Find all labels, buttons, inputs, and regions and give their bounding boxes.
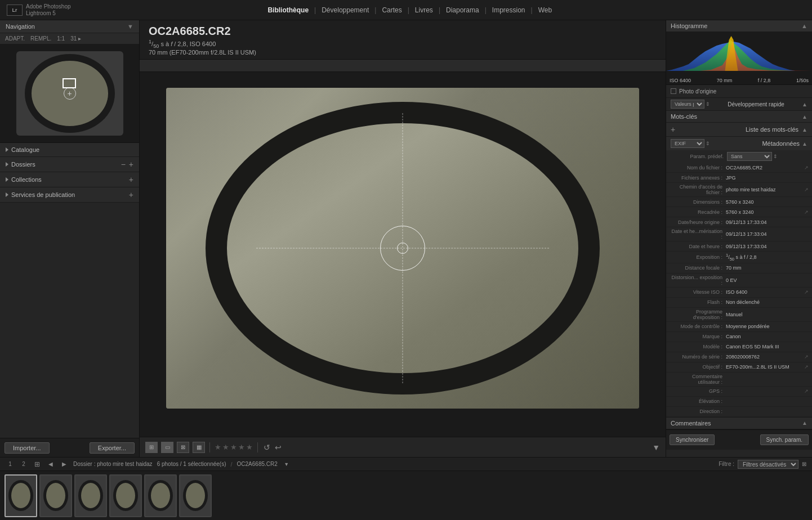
sans-select[interactable]: Sans — [727, 152, 772, 161]
import-button[interactable]: Importer... — [5, 442, 50, 454]
export-button[interactable]: Exporter... — [90, 442, 135, 454]
keywords-arrow[interactable]: ▲ — [802, 114, 807, 120]
nav-impression[interactable]: Impression — [487, 0, 531, 20]
filmstrip-thumb-2[interactable] — [39, 474, 72, 517]
meta-value-16: Canon EOS 5D Mark III — [726, 344, 809, 349]
filmstrip-thumb-1[interactable] — [5, 474, 37, 517]
rotate-left-icon[interactable]: ↺ — [262, 442, 271, 453]
meta-copy-4[interactable]: ↗ — [804, 209, 809, 215]
meta-copy-20[interactable]: ↗ — [804, 388, 809, 394]
metadata-label: Métadonnées — [762, 140, 800, 147]
toolbar-expand-btn[interactable]: ▼ — [652, 443, 660, 452]
photo-origin-row: Photo d'origine — [666, 85, 812, 97]
meta-value-9: 70 mm — [726, 265, 809, 271]
synchroniser-btn[interactable]: Synchroniser — [670, 434, 715, 445]
keywords-label: Mots-clés — [671, 113, 697, 120]
status-folder-text: Dossier : photo mire test haidaz — [73, 461, 153, 467]
view-grid-btn[interactable]: ⊞ — [145, 442, 158, 453]
nav-31-btn[interactable]: 31 ▸ — [69, 35, 83, 42]
section-catalogue-title: Catalogue — [6, 146, 39, 153]
main-oval — [206, 102, 600, 395]
toolbar-sep-1 — [209, 442, 210, 452]
collections-plus-btn[interactable]: + — [129, 176, 133, 183]
nav-livres[interactable]: Livres — [409, 0, 439, 20]
view-loupe-btn[interactable]: ▭ — [161, 442, 173, 453]
nav-web[interactable]: Web — [533, 0, 557, 20]
star-5[interactable]: ★ — [246, 443, 253, 451]
photo-viewer[interactable] — [140, 60, 666, 437]
quick-dev-arrow[interactable]: ▲ — [802, 101, 807, 107]
comments-label: Commentaires — [671, 420, 711, 427]
status-nav-1-btn[interactable]: 1 — [6, 460, 15, 469]
meta-value-11: ISO 6400 — [726, 289, 803, 295]
meta-copy-2[interactable]: ↗ — [804, 187, 809, 192]
status-next-btn[interactable]: ▶ — [60, 460, 69, 469]
meta-copy-11[interactable]: ↗ — [804, 289, 809, 295]
section-collections-header[interactable]: Collections + — [0, 172, 139, 187]
view-compare-btn[interactable]: ⊠ — [177, 442, 189, 453]
keyword-add-icon[interactable]: + — [671, 125, 675, 134]
nav-bibliotheque[interactable]: Bibliothèque — [262, 0, 314, 20]
status-grid-icon[interactable]: ⊞ — [33, 460, 42, 469]
filmstrip-thumb-6[interactable] — [179, 474, 212, 517]
section-services-header[interactable]: Services de publication + — [0, 187, 139, 202]
dossiers-plus-btn[interactable]: + — [129, 160, 133, 168]
star-rating[interactable]: ★ ★ ★ ★ ★ — [215, 443, 253, 451]
nav-header-arrow[interactable]: ▼ — [127, 23, 133, 30]
meta-label-7: Date et heure : — [670, 244, 726, 249]
nav-diaporama[interactable]: Diaporama — [440, 0, 485, 20]
histogram-canvas — [666, 32, 812, 77]
histogram-header[interactable]: Histogramme ▲ — [666, 20, 812, 32]
comments-arrow[interactable]: ▲ — [802, 420, 807, 426]
left-panel: Navigation ▼ ADAPT. REMPL. 1:1 31 ▸ Cata… — [0, 20, 140, 457]
triangle-right-services-icon — [6, 192, 8, 197]
section-dossiers-label: Dossiers — [11, 161, 35, 168]
status-prev-btn[interactable]: ◀ — [46, 460, 55, 469]
meta-copy-0[interactable]: ↗ — [804, 165, 809, 171]
nav-rempl-btn[interactable]: REMPL. — [29, 35, 53, 42]
status-file-arrow[interactable]: ▼ — [282, 460, 291, 469]
star-3[interactable]: ★ — [230, 443, 237, 451]
rotate-right-icon[interactable]: ↩ — [274, 442, 283, 453]
keyword-list-arrow[interactable]: ▲ — [802, 127, 807, 133]
star-1[interactable]: ★ — [215, 443, 221, 451]
section-catalogue-header[interactable]: Catalogue — [0, 143, 139, 156]
meta-copy-17[interactable]: ↗ — [804, 354, 809, 360]
view-survey-btn[interactable]: ▦ — [193, 442, 205, 453]
keywords-header[interactable]: Mots-clés ▲ — [666, 111, 812, 122]
filmstrip-thumb-5[interactable] — [144, 474, 177, 517]
section-dossiers-header[interactable]: Dossiers − + — [0, 157, 139, 172]
nav-1-1-btn[interactable]: 1:1 — [55, 35, 66, 42]
meta-row-4: Recadrée : 5760 x 3240 ↗ — [666, 207, 812, 217]
hist-iso-label: ISO 6400 — [670, 78, 691, 83]
synch-param-btn[interactable]: Synch. param. — [760, 434, 809, 445]
photo-info: OC2A6685.CR2 1/50 s à f / 2,8, ISO 6400 … — [140, 20, 666, 60]
hist-focal-label: 70 mm — [717, 78, 733, 83]
meta-row-16: Modèle : Canon EOS 5D Mark III — [666, 342, 812, 352]
star-4[interactable]: ★ — [238, 443, 245, 451]
nav-adapt-btn[interactable]: ADAPT. — [3, 35, 26, 42]
meta-label-21: Élévation : — [670, 398, 726, 404]
preset-select[interactable]: Valeurs par... — [671, 100, 704, 109]
quick-dev-row: Valeurs par... ⇕ Développement rapide ▲ — [666, 98, 812, 110]
photo-origin-checkbox[interactable] — [671, 88, 676, 94]
dossiers-minus-btn[interactable]: − — [121, 160, 126, 168]
services-plus-btn[interactable]: + — [129, 191, 133, 199]
filmstrip-thumb-4[interactable] — [109, 474, 142, 517]
status-nav-2-btn[interactable]: 2 — [19, 460, 28, 469]
meta-copy-18[interactable]: ↗ — [804, 364, 809, 370]
lr-logo: Lr — [7, 5, 23, 16]
comments-section: Commentaires ▲ — [666, 418, 812, 429]
filter-toggle-btn[interactable]: ⊠ — [802, 461, 806, 467]
histogram-arrow[interactable]: ▲ — [801, 23, 807, 29]
filter-select[interactable]: Filtres désactivés — [738, 460, 798, 469]
nav-developpement[interactable]: Développement — [316, 0, 374, 20]
star-2[interactable]: ★ — [222, 443, 229, 451]
exif-select[interactable]: EXIF — [671, 139, 704, 148]
filmstrip-thumb-3[interactable] — [74, 474, 107, 517]
meta-value-7: 09/12/13 17:33:04 — [726, 244, 809, 249]
metadata-arrow[interactable]: ▲ — [802, 141, 807, 147]
meta-label-20: GPS : — [670, 388, 726, 394]
nav-cartes[interactable]: Cartes — [376, 0, 407, 20]
comments-header[interactable]: Commentaires ▲ — [666, 418, 812, 429]
